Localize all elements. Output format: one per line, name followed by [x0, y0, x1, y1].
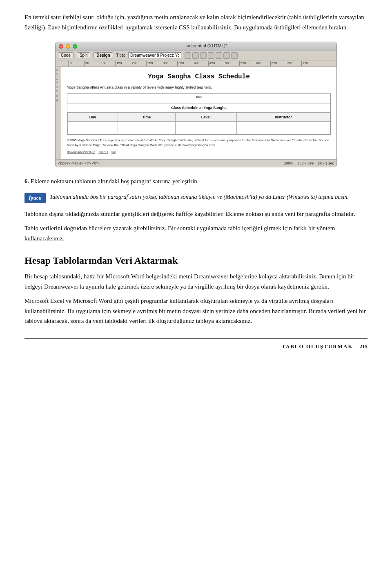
footer-link-faq[interactable]: faq	[111, 150, 116, 154]
dw-statusbar: <body> <table> <tr> <th> 100% 783 x 399 …	[56, 159, 336, 167]
ruler-mark-50: 50	[84, 61, 100, 66]
design-button[interactable]: Design	[94, 52, 113, 58]
toolbar-icon-6	[223, 52, 230, 59]
tag-breadcrumb: <body> <table> <tr> <th>	[58, 160, 100, 166]
col-time: Time	[118, 113, 175, 121]
maximize-icon	[73, 44, 77, 49]
yoga-description: Yoga Sangha offers Anusara class in a va…	[67, 84, 331, 90]
title-input[interactable]	[128, 52, 181, 58]
schedule-table: Day Time Level Instructor	[67, 113, 330, 135]
close-icon	[59, 44, 63, 49]
col-instructor: Instructor	[236, 113, 330, 121]
tip-box: İpucu Tablonun altında boş bir paragraf …	[24, 193, 368, 203]
yoga-title: Yoga Sangha Class Schedule	[67, 72, 331, 82]
inner-ruler-label: 650	[196, 95, 201, 100]
sidebar-label-3: DP	[56, 86, 60, 93]
section-paragraph-2: Microsoft Excel ve Microsoft Word gibi ç…	[24, 296, 368, 326]
ruler-mark-400: 400	[193, 61, 208, 66]
inner-ruler: 650	[67, 94, 330, 104]
title-label: Title:	[116, 52, 125, 59]
ruler-mark-600: 600	[255, 61, 270, 66]
toolbar-icon-3	[200, 52, 207, 59]
ruler-mark-650: 650	[270, 61, 286, 66]
dw-content-area[interactable]: Yoga Sangha Class Schedule Yoga Sangha o…	[61, 67, 336, 159]
intro-paragraph-1: En üstteki satır üstbilgi satırı olduğu …	[24, 12, 368, 33]
sidebar-label-1: DA	[56, 69, 60, 76]
step-number-text: 6.	[24, 178, 29, 185]
ruler-mark-450: 450	[208, 61, 224, 66]
ruler-mark-0: 0	[69, 61, 84, 66]
toolbar-icon-5	[216, 52, 222, 59]
design-area: DA CH DP DW Yoga Sangha Class Schedule Y…	[56, 67, 336, 159]
section-paragraph-1: Bir hesap tablosundaki, hatta bir Micros…	[24, 271, 368, 292]
ruler-mark-700: 700	[286, 61, 301, 66]
schedule-table-title: Class Schedule at Yoga Sangha	[67, 104, 330, 112]
dw-sidebar: DA CH DP DW	[56, 67, 61, 159]
file-size: 2K / 1 sec	[318, 160, 334, 166]
ruler-numbers: 0 50 100 150 200 250 300 350 400 450 500…	[69, 61, 317, 67]
body-paragraph-2: Tablo verilerini doğrudan hücrelere yaza…	[24, 223, 368, 244]
code-button[interactable]: Code	[58, 52, 74, 58]
sidebar-label-4: DW	[56, 94, 60, 102]
dw-toolbar: Code Split Design Title:	[56, 51, 336, 60]
toolbar-icon-1	[185, 52, 191, 59]
col-day: Day	[68, 113, 118, 121]
window-title: index.html (XHTML)*	[80, 42, 333, 50]
screenshot-titlebar: index.html (XHTML)*	[56, 42, 336, 51]
page-footer: TABLO OLUŞTURMAK 215	[24, 338, 368, 351]
table-row-empty-1	[68, 122, 330, 134]
ruler-mark-550: 550	[239, 61, 255, 66]
footer-page-number: 215	[360, 342, 368, 351]
footer-link-events[interactable]: events	[98, 150, 108, 154]
tip-icon: İpucu	[24, 193, 46, 203]
toolbar-icon-7	[231, 52, 238, 59]
ruler-mark-150: 150	[115, 61, 131, 66]
tip-text: Tablonun altında boş bir paragraf satırı…	[50, 193, 349, 202]
footer-link-download[interactable]: download-schedule	[67, 150, 95, 154]
cell-day-1[interactable]	[68, 122, 118, 134]
ruler-mark-750: 750	[301, 61, 317, 66]
footer-links: download-schedule events faq	[67, 150, 331, 155]
ruler-mark-500: 500	[224, 61, 239, 66]
status-right: 100% 783 x 399 2K / 1 sec	[284, 160, 334, 166]
schedule-container: 650 Class Schedule at Yoga Sangha Day Ti…	[67, 93, 331, 135]
split-button[interactable]: Split	[77, 52, 90, 58]
zoom-level: 100%	[284, 160, 293, 166]
minimize-icon	[66, 44, 70, 49]
cell-level-1[interactable]	[175, 122, 236, 134]
toolbar-icon-2	[192, 52, 199, 59]
footer-copyright: ©2005 Yoga Sangha | This page is a repro…	[67, 138, 331, 147]
table-header-row: Day Time Level Instructor	[68, 113, 330, 121]
ruler-mark-300: 300	[162, 61, 177, 66]
col-level: Level	[175, 113, 236, 121]
sidebar-label-2: CH	[56, 77, 60, 85]
footer-chapter-label: TABLO OLUŞTURMAK	[282, 342, 353, 351]
step-6-text: Ekleme noktasını tablonun altındaki boş …	[31, 178, 199, 185]
ruler-mark-250: 250	[146, 61, 162, 66]
toolbar-icons	[185, 52, 238, 59]
section-heading: Hesap Tablolarından Veri Aktarmak	[24, 255, 368, 267]
step-6-label: 6. Ekleme noktasını tablonun altındaki b…	[24, 176, 368, 186]
dimensions: 783 x 399	[297, 160, 314, 166]
body-paragraph-1: Tablonun dışına tıkladığınızda sütunlar …	[24, 209, 368, 219]
toolbar-icon-4	[208, 52, 214, 59]
cell-time-1[interactable]	[118, 122, 175, 134]
ruler-mark-200: 200	[131, 61, 146, 66]
screenshot-container: index.html (XHTML)* Code Split Design Ti…	[55, 42, 337, 168]
cell-instructor-1[interactable]	[236, 122, 330, 134]
ruler-mark-350: 350	[177, 61, 193, 66]
ruler: 0 50 100 150 200 250 300 350 400 450 500…	[56, 60, 336, 67]
ruler-mark-100: 100	[100, 61, 115, 66]
